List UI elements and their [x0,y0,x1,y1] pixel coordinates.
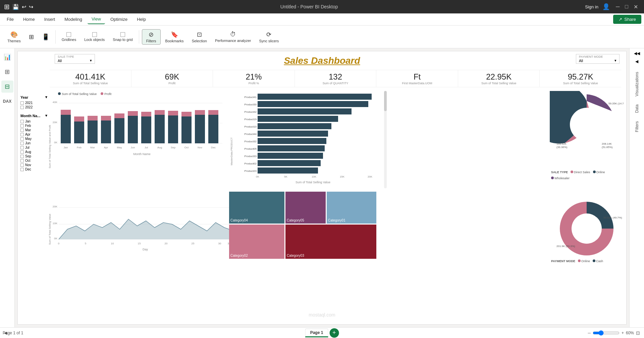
collapse-btn[interactable]: ◀ [634,58,640,65]
selection-button[interactable]: ⊡ Selection [189,29,210,45]
themes-button[interactable]: 🎨 Themes [4,29,24,45]
mobile-view[interactable]: 📱 [39,31,53,43]
svg-text:Apr: Apr [104,146,108,149]
filters-button[interactable]: ⊘ Filters [142,29,161,45]
cat03-label: Category03 [287,254,304,257]
sidebar-dax[interactable]: DAX [1,95,13,107]
tab-filters[interactable]: Filters [632,117,642,136]
kpi-row: 401.41K Sum of Total Selling Value 69K P… [50,70,621,87]
view-toggle[interactable]: ⊞ [25,31,37,43]
undo-icon[interactable]: ↩ [22,4,26,10]
svg-rect-58 [258,101,368,107]
year-2021[interactable]: 2021 [20,101,47,105]
titlebar-left: ⊞ 💾 ↩ ↪ [4,3,33,11]
year-2022[interactable]: 2022 [20,105,47,109]
close-btn[interactable]: ✕ [632,4,640,10]
donut-chart-2: 99.52K (49.7%) 201.9K (50.3%) PAYMENT MO… [550,192,624,260]
svg-text:Product30: Product30 [245,103,257,106]
sidebar-model[interactable]: ⊟ [1,81,13,93]
right-panel: ◀◀ ◀ Visualizations Data Filters [629,48,644,327]
svg-rect-74 [258,160,321,166]
month-jan[interactable]: Jan [20,119,47,124]
kpi-label-5: Sum of Total Selling Value [481,82,516,85]
statusbar: ◀ Page 1 + Page 1 of 1 ─ + 60% ⊡ [0,327,644,338]
svg-text:0K: 0K [54,237,57,240]
menu-file[interactable]: File [3,15,18,24]
svg-text:Product23: Product23 [245,170,257,173]
svg-text:Mar: Mar [90,146,95,149]
month-jun[interactable]: Jun [20,141,47,145]
minimize-btn[interactable]: ─ [614,4,622,10]
svg-rect-76 [258,167,318,174]
sidebar-report[interactable]: 📊 [1,51,13,63]
payment-arrow: ▾ [614,58,616,63]
bookmarks-button[interactable]: 🔖 Bookmarks [162,29,187,45]
svg-text:Product10: Product10 [245,125,257,128]
svg-text:Oct: Oct [184,146,189,149]
svg-text:Sum of Total Selling Value: Sum of Total Selling Value [48,213,51,245]
page-tab-1[interactable]: Page 1 [305,329,328,337]
svg-rect-31 [181,112,192,116]
sale-type-filter[interactable]: SALE TYPE All ▾ [55,54,95,64]
tab-data[interactable]: Data [632,100,642,117]
lock-checkbox[interactable] [92,32,97,37]
svg-text:133.92K: 133.92K [556,142,567,145]
payment-mode-filter[interactable]: PAYMENT MODE All ▾ [576,54,620,64]
snap-to-grid-button[interactable]: Snap to grid [109,30,136,44]
fit-page-btn[interactable]: ⊡ [636,330,640,336]
sync-slicers-button[interactable]: ⟳ Sync slicers [256,29,282,45]
month-nov[interactable]: Nov [20,163,47,167]
kpi-card-1: 69K Profit [131,70,213,87]
donut1-legend-online: Online [593,171,605,174]
share-button[interactable]: ↗ Share [613,15,641,24]
gridlines-checkbox[interactable] [66,32,71,37]
hbar-scrollthumb[interactable] [384,91,387,111]
tab-visualizations[interactable]: Visualizations [632,68,642,100]
snap-checkbox[interactable] [120,32,125,37]
month-sep[interactable]: Sep [20,154,47,158]
sidebar-data[interactable]: ⊞ [1,66,13,78]
area-chart-svg: 20K 10K 0K Sum of Total Selling Value 0 … [48,202,236,254]
performance-button[interactable]: ⏱ Performance analyzer [212,29,255,45]
lock-objects-button[interactable]: Lock objects [81,30,108,44]
month-mar[interactable]: Mar [20,128,47,132]
maximize-btn[interactable]: □ [623,4,630,10]
divider-1 [55,30,56,44]
save-icon[interactable]: 💾 [12,4,19,10]
hbar-scrollbar[interactable] [384,91,387,188]
menu-optimize[interactable]: Optimize [106,15,131,24]
divider-2 [139,30,139,44]
zoom-out-btn[interactable]: ─ [588,331,591,335]
menu-home[interactable]: Home [19,15,39,24]
menu-help[interactable]: Help [133,15,150,24]
svg-text:25: 25 [192,242,195,245]
svg-text:Product02: Product02 [245,162,257,165]
kpi-card-3: 132 Sum of QUANTITY [295,70,377,87]
menu-view[interactable]: View [88,14,105,24]
svg-rect-15 [114,118,124,143]
month-feb[interactable]: Feb [20,124,47,128]
year-2021-checkbox[interactable] [20,101,24,105]
signin-link[interactable]: Sign in [585,4,598,9]
month-apr[interactable]: Apr [20,132,47,137]
redo-icon[interactable]: ↪ [29,4,33,10]
month-jul[interactable]: Jul [20,145,47,150]
menu-modeling[interactable]: Modeling [60,15,86,24]
year-2022-checkbox[interactable] [20,106,24,109]
zoom-slider[interactable] [593,330,620,336]
month-aug[interactable]: Aug [20,150,47,154]
window-controls[interactable]: ─ □ ✕ [614,4,640,10]
collapse-all-btn[interactable]: ◀◀ [633,50,641,57]
bookmarks-label: Bookmarks [165,39,184,43]
zoom-level: 60% [626,331,634,335]
month-dec[interactable]: Dec [20,167,47,172]
zoom-in-btn[interactable]: + [622,331,624,335]
selection-label: Selection [192,39,207,43]
menu-insert[interactable]: Insert [40,15,59,24]
add-page-btn[interactable]: + [329,328,339,338]
gridlines-button[interactable]: Gridlines [58,30,79,44]
month-may[interactable]: May [20,137,47,141]
svg-text:5K: 5K [284,175,287,178]
month-oct[interactable]: Oct [20,158,47,163]
donut1-legend-wholesaler: Wholesaler [551,177,570,180]
